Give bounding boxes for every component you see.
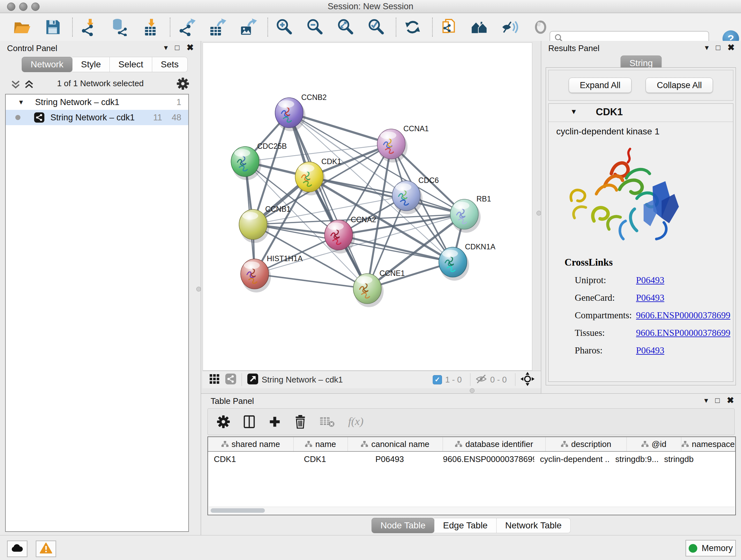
collection-label: String Network – cdk1 xyxy=(35,95,119,110)
svg-text:CCNB1: CCNB1 xyxy=(265,205,291,213)
copy-view-button[interactable] xyxy=(440,18,458,37)
tab-network-table[interactable]: Network Table xyxy=(496,518,570,533)
tab-sets[interactable]: Sets xyxy=(152,57,188,72)
open-session-button[interactable] xyxy=(13,18,31,37)
gene-section: ▼ CDK1 cyclin-dependent kinase 1 xyxy=(548,104,733,382)
collection-disclosure-icon[interactable]: ▼ xyxy=(18,95,24,110)
results-panel: Results Panel ▾ □ ✖ String Expand All Co… xyxy=(541,41,741,393)
panel-float-icon[interactable]: □ xyxy=(715,395,720,405)
toggle-glass-ball-button[interactable] xyxy=(532,18,550,37)
network-options-gear-icon[interactable] xyxy=(177,77,189,90)
delete-column-button[interactable] xyxy=(294,415,307,429)
crosslink-link[interactable]: 9606.ENSP00000378699 xyxy=(636,310,731,320)
zoom-in-button[interactable] xyxy=(275,18,293,37)
tab-network[interactable]: Network xyxy=(22,57,72,72)
add-column-button[interactable] xyxy=(268,415,281,429)
column-header-canonical-name[interactable]: canonical name xyxy=(348,437,443,451)
collapse-all-button[interactable]: Collapse All xyxy=(646,78,713,93)
import-table-button[interactable] xyxy=(141,18,159,37)
column-header-description[interactable]: description xyxy=(546,437,627,451)
toggle-enhanced-labels-button[interactable] xyxy=(501,18,520,37)
tab-edge-table[interactable]: Edge Table xyxy=(434,518,496,533)
zoom-fit-button[interactable] xyxy=(336,18,355,37)
refresh-button[interactable] xyxy=(403,18,422,37)
horizontal-splitter[interactable] xyxy=(201,388,541,393)
network-row-selected[interactable]: String Network – cdk1 11 48 xyxy=(6,110,188,125)
export-table-button[interactable] xyxy=(208,18,226,37)
panel-menu-icon[interactable]: ▾ xyxy=(704,395,708,405)
table-header-row: shared namenamecanonical namedatabase id… xyxy=(208,437,735,452)
panel-float-icon[interactable]: □ xyxy=(175,43,180,52)
split-panel-button[interactable] xyxy=(243,415,256,429)
hidden-eye-icon[interactable] xyxy=(475,374,487,385)
warning-icon xyxy=(40,543,52,555)
crosslink-link[interactable]: P06493 xyxy=(636,275,664,286)
memory-button[interactable]: Memory xyxy=(685,540,736,557)
crosslink-link[interactable]: P06493 xyxy=(636,345,664,356)
export-network-button[interactable] xyxy=(178,18,196,37)
warnings-button[interactable] xyxy=(36,541,56,557)
crosslink-row: Uniprot:P06493 xyxy=(575,271,733,289)
selected-nodes-checkbox[interactable]: ✓ xyxy=(433,375,442,384)
control-panel: Control Panel ▾ □ ✖ NetworkStyleSelectSe… xyxy=(0,41,201,535)
table-row[interactable]: CDK1CDK1P064939606.ENSP00000378699cyclin… xyxy=(208,452,735,466)
gene-disclosure-icon[interactable]: ▼ xyxy=(570,108,577,116)
crosslink-link[interactable]: P06493 xyxy=(636,293,664,303)
column-header-shared-name[interactable]: shared name xyxy=(208,437,293,451)
panel-menu-icon[interactable]: ▾ xyxy=(164,43,168,52)
toolbar-separator xyxy=(396,17,396,37)
panel-close-icon[interactable]: ✖ xyxy=(727,395,734,405)
zoom-selected-button[interactable] xyxy=(367,18,386,37)
panel-menu-icon[interactable]: ▾ xyxy=(705,43,709,52)
toolbar-separator xyxy=(170,17,171,37)
column-header-namespace[interactable]: namespace xyxy=(681,437,735,451)
scrollbar-thumb[interactable] xyxy=(211,508,265,513)
column-header-at-id[interactable]: @id xyxy=(627,437,681,451)
table-cell: cyclin-dependent ... xyxy=(534,454,610,464)
crosslink-link[interactable]: 9606.ENSP00000378699 xyxy=(636,327,731,338)
fit-selected-icon[interactable] xyxy=(521,372,535,387)
tab-node-table[interactable]: Node Table xyxy=(372,518,434,533)
cloud-button[interactable] xyxy=(7,541,27,557)
network-icon xyxy=(34,112,45,123)
tab-style[interactable]: Style xyxy=(72,57,110,72)
network-label: String Network – cdk1 xyxy=(51,110,135,125)
table-panel: Table Panel ▾ □ ✖ f(x) shared namenameca… xyxy=(201,393,741,535)
save-session-button[interactable] xyxy=(44,18,62,37)
svg-text:CDK1: CDK1 xyxy=(321,158,341,166)
column-header-name[interactable]: name xyxy=(293,437,348,451)
table-cell: 9606.ENSP00000378699 xyxy=(437,454,534,464)
right-splitter-handle[interactable] xyxy=(536,211,541,215)
splitter-handle[interactable] xyxy=(470,388,475,393)
table-horizontal-scrollbar[interactable] xyxy=(209,507,735,514)
zoom-out-button[interactable] xyxy=(306,18,324,37)
gene-section-header[interactable]: ▼ CDK1 xyxy=(549,104,733,122)
application-window: Session: New Session ? Control Panel ▾ □… xyxy=(0,0,741,560)
panel-float-icon[interactable]: □ xyxy=(716,43,721,52)
left-splitter-handle[interactable] xyxy=(196,287,201,292)
svg-text:RB1: RB1 xyxy=(476,195,491,203)
column-header-database-identifier[interactable]: database identifier xyxy=(443,437,546,451)
svg-text:CCNA2: CCNA2 xyxy=(351,215,376,224)
node-table[interactable]: shared namenamecanonical namedatabase id… xyxy=(207,436,736,515)
network-selection-bar: 1 of 1 Network selected xyxy=(0,77,201,91)
network-canvas[interactable]: CCNB2CCNA1CDC25BCDK1CDC6RB1CCNB1CCNA2CDK… xyxy=(203,43,532,371)
open-in-window-icon[interactable] xyxy=(247,373,259,386)
string-home-button[interactable] xyxy=(470,18,489,37)
crosslink-label: Uniprot: xyxy=(575,275,636,286)
export-image-button[interactable] xyxy=(239,18,257,37)
control-panel-tabs: NetworkStyleSelectSets xyxy=(22,57,188,72)
hidden-counts: 0 - 0 xyxy=(490,375,507,385)
table-toolbar: f(x) xyxy=(207,408,735,435)
panel-close-icon[interactable]: ✖ xyxy=(186,43,194,52)
import-network-file-button[interactable] xyxy=(80,18,98,37)
control-panel-title: Control Panel xyxy=(7,44,57,53)
expand-all-button[interactable]: Expand All xyxy=(569,78,632,93)
panel-close-icon[interactable]: ✖ xyxy=(727,43,735,52)
tab-select[interactable]: Select xyxy=(110,57,152,72)
birdseye-view-icon[interactable] xyxy=(209,374,220,386)
import-network-database-button[interactable] xyxy=(111,18,129,37)
network-collection-row[interactable]: ▼ String Network – cdk1 1 xyxy=(6,95,188,110)
gene-name: CDK1 xyxy=(596,106,623,118)
table-settings-button[interactable] xyxy=(217,415,230,428)
